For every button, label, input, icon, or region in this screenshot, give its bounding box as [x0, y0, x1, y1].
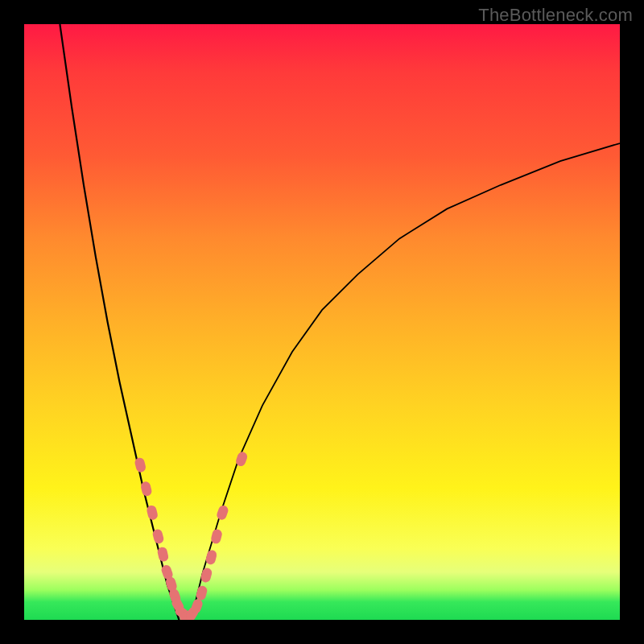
black-frame: TheBottleneck.com — [0, 0, 644, 644]
marker-dot — [200, 567, 213, 583]
right-curve — [191, 143, 620, 620]
watermark-text: TheBottleneck.com — [478, 5, 633, 26]
marker-dot — [134, 456, 147, 473]
marker-dot — [204, 549, 217, 565]
marker-dot — [195, 584, 208, 601]
marker-group — [134, 451, 248, 620]
marker-dot — [216, 504, 229, 521]
left-curve — [60, 24, 179, 620]
plot-area — [24, 24, 620, 620]
chart-svg — [24, 24, 620, 620]
